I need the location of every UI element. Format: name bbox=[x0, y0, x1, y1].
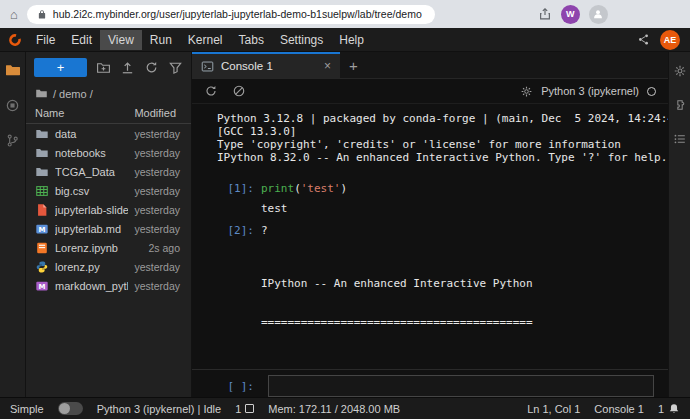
empty-input-prompt: [ ]: bbox=[192, 380, 254, 393]
svg-text:M: M bbox=[39, 225, 46, 233]
menu-run[interactable]: Run bbox=[142, 30, 180, 50]
extensions-icon[interactable] bbox=[673, 98, 687, 112]
column-modified[interactable]: Modified bbox=[134, 107, 182, 119]
cursor-position[interactable]: Ln 1, Col 1 bbox=[527, 403, 580, 415]
file-list-header: Name Modified bbox=[26, 104, 191, 124]
console-icon bbox=[201, 60, 214, 73]
running-sessions-icon[interactable] bbox=[5, 98, 20, 113]
console-cell-2: [2]: ? bbox=[192, 224, 668, 237]
prompt-cell: [ ]: bbox=[192, 370, 668, 397]
file-modified: yesterday bbox=[134, 204, 182, 216]
file-modified: 2s ago bbox=[148, 242, 182, 254]
active-context-label: Console 1 bbox=[594, 403, 644, 415]
menu-edit[interactable]: Edit bbox=[63, 30, 100, 50]
file-row-jupyterlab-md[interactable]: M jupyterlab.md yesterday bbox=[26, 219, 191, 238]
share-nodes-icon[interactable] bbox=[637, 33, 650, 46]
file-modified: yesterday bbox=[134, 280, 182, 292]
filter-icon[interactable] bbox=[168, 60, 183, 75]
column-name[interactable]: Name bbox=[35, 107, 134, 119]
menu-kernel[interactable]: Kernel bbox=[180, 30, 231, 50]
python-file-icon bbox=[35, 260, 49, 274]
sessions-count: 1 bbox=[235, 403, 241, 415]
plus-label: + bbox=[57, 60, 65, 75]
person-icon bbox=[592, 8, 604, 20]
new-folder-icon[interactable] bbox=[96, 60, 111, 75]
breadcrumb[interactable]: / demo / bbox=[26, 82, 191, 104]
file-row-lorenz-ipynb[interactable]: Lorenz.ipynb 2s ago bbox=[26, 238, 191, 257]
file-row-markdown-python[interactable]: M markdown_pytho... yesterday bbox=[26, 276, 191, 295]
file-name: jupyterlab-slides... bbox=[55, 204, 128, 216]
home-icon[interactable]: ⌂ bbox=[10, 7, 18, 22]
kernel-name[interactable]: Python 3 (ipykernel) bbox=[541, 85, 639, 97]
console-input[interactable] bbox=[268, 375, 654, 397]
upload-icon[interactable] bbox=[120, 60, 135, 75]
input-prompt: [2]: bbox=[192, 224, 254, 237]
user-avatar[interactable]: AE bbox=[660, 30, 680, 50]
folder-icon bbox=[35, 146, 49, 160]
menu-tabs[interactable]: Tabs bbox=[231, 30, 272, 50]
notebook-file-icon bbox=[35, 241, 49, 255]
kernel-status-text[interactable]: Python 3 (ipykernel) | Idle bbox=[97, 403, 222, 415]
account-avatar[interactable] bbox=[589, 5, 608, 24]
property-inspector-icon[interactable] bbox=[673, 64, 687, 78]
main-area: Console 1 × + Python 3 (ipykernel) Pytho… bbox=[192, 52, 668, 397]
file-name: data bbox=[55, 128, 128, 140]
banner-line: Type 'copyright', 'credits' or 'license'… bbox=[192, 138, 668, 151]
svg-text:M: M bbox=[39, 282, 46, 290]
file-row-data[interactable]: data yesterday bbox=[26, 124, 191, 143]
file-name: TCGA_Data bbox=[55, 166, 128, 178]
file-browser-icon[interactable] bbox=[5, 62, 21, 78]
file-row-notebooks[interactable]: notebooks yesterday bbox=[26, 143, 191, 162]
breadcrumb-folder-icon bbox=[35, 87, 48, 100]
file-modified: yesterday bbox=[134, 261, 182, 273]
kernel-square-icon bbox=[245, 404, 254, 413]
file-modified: yesterday bbox=[134, 223, 182, 235]
bell-icon bbox=[668, 403, 680, 415]
file-name: big.csv bbox=[55, 185, 128, 197]
browser-chrome: ⌂ hub.2i2c.mybinder.org/user/jupyterlab-… bbox=[0, 0, 690, 28]
file-row-lorenz-py[interactable]: lorenz.py yesterday bbox=[26, 257, 191, 276]
menu-help[interactable]: Help bbox=[331, 30, 372, 50]
simple-mode-label: Simple bbox=[10, 403, 44, 415]
tab-close-icon[interactable]: × bbox=[324, 59, 331, 73]
running-sessions-indicator[interactable]: 1 bbox=[235, 403, 254, 415]
menu-file[interactable]: File bbox=[28, 30, 63, 50]
file-list: data yesterday notebooks yesterday TCGA_… bbox=[26, 124, 191, 295]
file-name: notebooks bbox=[55, 147, 128, 159]
new-tab-button[interactable]: + bbox=[340, 57, 367, 74]
interrupt-kernel-icon[interactable] bbox=[232, 84, 246, 98]
notifications-indicator[interactable]: 1 bbox=[658, 403, 680, 415]
simple-mode-toggle[interactable] bbox=[58, 402, 83, 415]
cell-code: ? bbox=[261, 224, 268, 237]
cell-output: test bbox=[192, 202, 668, 215]
new-launcher-button[interactable]: + bbox=[34, 58, 87, 77]
table-of-contents-icon[interactable] bbox=[673, 132, 687, 146]
file-row-big-csv[interactable]: big.csv yesterday bbox=[26, 181, 191, 200]
refresh-icon[interactable] bbox=[144, 60, 159, 75]
console-cell-1: [1]: print('test') bbox=[192, 182, 668, 195]
tab-bar: Console 1 × + bbox=[192, 52, 668, 79]
address-bar[interactable]: hub.2i2c.mybinder.org/user/jupyterlab-ju… bbox=[27, 5, 435, 24]
memory-usage: Mem: 172.11 / 2048.00 MB bbox=[268, 403, 400, 415]
file-row-slides-pdf[interactable]: jupyterlab-slides... yesterday bbox=[26, 200, 191, 219]
folder-icon bbox=[35, 165, 49, 179]
git-icon[interactable] bbox=[5, 133, 20, 148]
menu-view[interactable]: View bbox=[100, 30, 142, 50]
console-body[interactable]: Python 3.12.8 | packaged by conda-forge … bbox=[192, 104, 668, 397]
menu-settings[interactable]: Settings bbox=[272, 30, 331, 50]
file-modified: yesterday bbox=[134, 128, 182, 140]
notification-count: 1 bbox=[658, 403, 664, 415]
kernel-status-icon bbox=[647, 87, 656, 96]
tab-console-1[interactable]: Console 1 × bbox=[192, 52, 340, 78]
hub-logo bbox=[8, 33, 22, 47]
file-name: markdown_pytho... bbox=[55, 280, 128, 292]
kernel-settings-icon[interactable] bbox=[520, 85, 533, 98]
markdown-file-icon: M bbox=[35, 279, 49, 293]
banner-line: [GCC 13.3.0] bbox=[192, 125, 668, 138]
restart-kernel-icon[interactable] bbox=[204, 84, 218, 98]
browser-profile-avatar[interactable]: W bbox=[561, 5, 580, 24]
share-icon[interactable] bbox=[538, 7, 552, 21]
file-row-tcga-data[interactable]: TCGA_Data yesterday bbox=[26, 162, 191, 181]
input-prompt: [1]: bbox=[192, 182, 254, 195]
pager-line: ========================================… bbox=[261, 316, 668, 329]
